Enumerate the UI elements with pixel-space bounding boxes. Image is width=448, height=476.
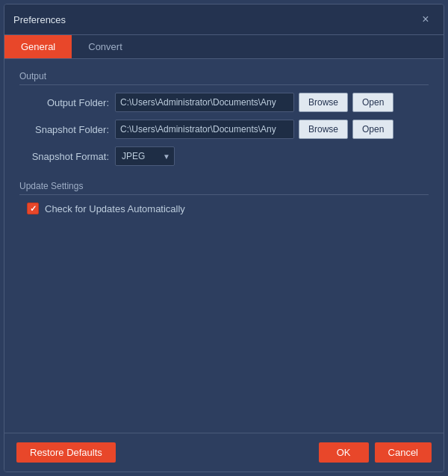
output-section-header: Output [19, 71, 429, 85]
footer: Restore Defaults OK Cancel [4, 433, 444, 472]
tab-convert[interactable]: Convert [72, 35, 139, 58]
snapshot-format-select[interactable]: JPEG PNG BMP [115, 146, 175, 166]
tab-general[interactable]: General [4, 35, 72, 58]
snapshot-format-label: Snapshot Format: [19, 151, 109, 162]
snapshot-format-wrapper: JPEG PNG BMP ▼ [115, 146, 175, 166]
update-section-header: Update Settings [19, 181, 429, 195]
output-folder-input[interactable] [115, 93, 294, 112]
snapshot-folder-browse-button[interactable]: Browse [299, 120, 348, 139]
tab-bar: General Convert [4, 35, 444, 59]
restore-defaults-button[interactable]: Restore Defaults [16, 442, 116, 463]
check-updates-row: Check for Updates Automatically [27, 203, 429, 214]
ok-button[interactable]: OK [319, 442, 369, 463]
check-updates-checkbox-wrapper[interactable] [27, 203, 39, 214]
footer-left: Restore Defaults [16, 442, 116, 463]
output-folder-open-button[interactable]: Open [352, 93, 393, 112]
snapshot-folder-open-button[interactable]: Open [352, 120, 393, 139]
output-folder-row: Output Folder: Browse Open [19, 93, 429, 112]
update-section: Update Settings Check for Updates Automa… [19, 181, 429, 214]
close-button[interactable]: × [417, 10, 435, 28]
output-section: Output Output Folder: Browse Open Snapsh… [19, 71, 429, 166]
snapshot-folder-row: Snapshot Folder: Browse Open [19, 120, 429, 139]
title-bar: Preferences × [4, 4, 444, 35]
cancel-button[interactable]: Cancel [375, 442, 432, 463]
snapshot-format-row: Snapshot Format: JPEG PNG BMP ▼ [19, 146, 429, 166]
snapshot-folder-label: Snapshot Folder: [19, 124, 109, 135]
preferences-dialog: Preferences × General Convert Output Out… [4, 4, 444, 472]
content-area: Output Output Folder: Browse Open Snapsh… [4, 59, 444, 433]
output-folder-label: Output Folder: [19, 97, 109, 108]
footer-right: OK Cancel [319, 442, 432, 463]
output-folder-browse-button[interactable]: Browse [299, 93, 348, 112]
dialog-title: Preferences [13, 14, 66, 25]
snapshot-folder-input[interactable] [115, 120, 294, 139]
check-updates-label: Check for Updates Automatically [45, 203, 185, 214]
